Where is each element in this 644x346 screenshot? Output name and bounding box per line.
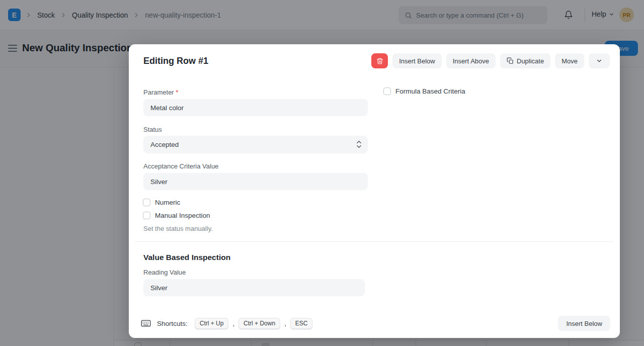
move-button[interactable]: Move bbox=[555, 53, 584, 68]
duplicate-button[interactable]: Duplicate bbox=[500, 53, 550, 68]
insert-below-button[interactable]: Insert Below bbox=[392, 53, 442, 68]
keyboard-icon bbox=[141, 319, 151, 327]
numeric-label: Numeric bbox=[155, 199, 180, 206]
footer-insert-below-button[interactable]: Insert Below bbox=[558, 316, 610, 331]
status-value: Accepted bbox=[150, 141, 179, 148]
screen: E Stock Quality Inspection new-quality-i… bbox=[0, 0, 644, 346]
formula-based-criteria-label: Formula Based Criteria bbox=[395, 88, 465, 95]
copy-icon bbox=[507, 57, 514, 64]
modal-toolbar: Insert Below Insert Above Duplicate Move bbox=[371, 53, 610, 68]
checkbox-box bbox=[143, 199, 150, 206]
reading-value-input[interactable] bbox=[143, 279, 365, 296]
insert-above-button[interactable]: Insert Above bbox=[446, 53, 496, 68]
kbd-esc: ESC bbox=[290, 318, 313, 329]
kbd-ctrl-down: Ctrl + Down bbox=[238, 318, 280, 329]
manual-inspection-checkbox[interactable]: Manual Inspection bbox=[143, 212, 210, 219]
modal-title: Editing Row #1 bbox=[143, 56, 208, 66]
checkbox-box bbox=[143, 212, 150, 219]
acceptance-criteria-input[interactable] bbox=[143, 173, 368, 190]
shortcuts-label: Shortcuts: bbox=[157, 320, 188, 327]
modal-footer: Shortcuts: Ctrl + Up , Ctrl + Down , ESC… bbox=[141, 316, 610, 331]
chevron-down-icon bbox=[596, 57, 603, 64]
status-select[interactable]: Accepted bbox=[143, 136, 368, 153]
reading-value-label: Reading Value bbox=[143, 269, 186, 276]
checkbox-box bbox=[383, 88, 391, 95]
delete-row-button[interactable] bbox=[371, 53, 388, 68]
kbd-ctrl-up: Ctrl + Up bbox=[195, 318, 229, 329]
status-label: Status bbox=[143, 126, 162, 133]
required-asterisk: * bbox=[176, 89, 178, 96]
duplicate-label: Duplicate bbox=[517, 57, 544, 65]
formula-based-criteria-checkbox[interactable]: Formula Based Criteria bbox=[383, 88, 465, 95]
section-divider bbox=[135, 241, 614, 242]
trash-icon bbox=[376, 57, 383, 65]
manual-inspection-label: Manual Inspection bbox=[155, 212, 210, 219]
acceptance-criteria-label: Acceptance Criteria Value bbox=[143, 162, 218, 170]
parameter-input[interactable] bbox=[143, 99, 368, 116]
kbd-separator: , bbox=[232, 320, 234, 327]
field-help-text: Set the status manually. bbox=[143, 225, 213, 232]
kbd-separator: , bbox=[284, 320, 286, 327]
edit-row-modal: Editing Row #1 Insert Below Insert Above… bbox=[129, 44, 620, 338]
more-actions-button[interactable] bbox=[589, 53, 610, 68]
select-chevrons-icon bbox=[356, 140, 362, 150]
numeric-checkbox[interactable]: Numeric bbox=[143, 199, 180, 206]
section-title: Value Based Inspection bbox=[143, 253, 230, 262]
parameter-label: Parameter * bbox=[143, 89, 178, 96]
